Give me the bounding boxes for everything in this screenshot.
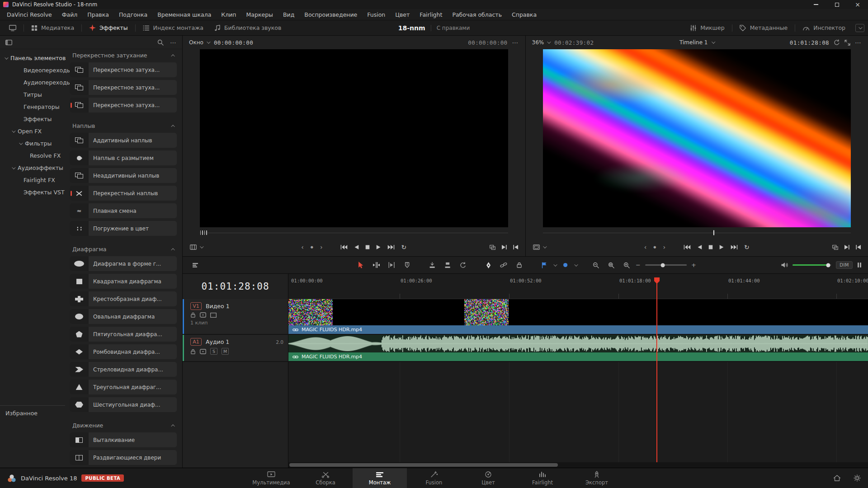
zoom-slider[interactable] <box>645 264 687 266</box>
video-track-lane[interactable]: MAGIC FLUIDS HDR.mp4 <box>288 299 868 334</box>
expand-viewer-icon[interactable] <box>844 40 850 46</box>
inspector-button[interactable]: Инспектор <box>797 20 851 36</box>
timeline-viewer-options-icon[interactable]: ⋯ <box>855 39 862 46</box>
previous-edit-icon[interactable]: ‹ <box>301 244 304 250</box>
menu-view[interactable]: Вид <box>278 9 299 20</box>
project-manager-icon[interactable] <box>833 474 841 482</box>
menu-markers[interactable]: Маркеры <box>241 9 278 20</box>
audio-track-lane[interactable]: MAGIC FLUIDS HDR.mp4 <box>288 335 868 361</box>
audio-clip-name-bar[interactable]: MAGIC FLUIDS HDR.mp4 <box>288 352 868 361</box>
video-clip[interactable]: MAGIC FLUIDS HDR.mp4 <box>288 299 868 334</box>
tree-item-openfx[interactable]: Open FX <box>0 125 68 137</box>
media-pool-button[interactable]: Медиатека <box>26 20 80 36</box>
marker-dropdown-icon[interactable] <box>574 263 578 266</box>
source-options-icon[interactable]: ⋯ <box>512 39 519 46</box>
page-media[interactable]: Мультимедиа <box>244 468 298 488</box>
collapse-icon[interactable] <box>171 424 175 428</box>
zoom-in-icon[interactable]: + <box>691 262 696 268</box>
previous-edit-icon[interactable]: ‹ <box>644 244 647 250</box>
fx-item-blur-dissolve[interactable]: Наплыв с размытием <box>70 150 177 165</box>
menu-davinci-resolve[interactable]: DaVinci Resolve <box>2 9 57 20</box>
play-icon[interactable] <box>719 245 724 249</box>
effects-options-icon[interactable]: ⋯ <box>170 39 177 46</box>
auto-select-icon[interactable] <box>200 349 206 354</box>
sound-library-button[interactable]: Библиотека звуков <box>209 20 287 36</box>
menu-timeline[interactable]: Временная шкала <box>152 9 216 20</box>
scrollbar-thumb[interactable] <box>289 463 558 467</box>
timeline-canvas[interactable] <box>288 362 868 468</box>
fx-item-cross-dissolve-1[interactable]: Перекрестное затуха... <box>70 62 177 77</box>
volume-knob[interactable] <box>826 263 830 267</box>
page-edit[interactable]: Монтаж <box>353 468 407 488</box>
settings-gear-icon[interactable] <box>854 474 861 482</box>
fx-section-motion[interactable]: Движение <box>72 422 175 429</box>
in-point-icon[interactable] <box>856 245 861 249</box>
fx-section-cross-dissolve[interactable]: Перекрестное затухание <box>72 52 175 59</box>
fx-item-iris-square[interactable]: Квадратная диафрагма <box>70 274 177 289</box>
insert-clip-icon[interactable] <box>426 259 439 271</box>
fx-item-iris-triangle[interactable]: Треугольная диафраг... <box>70 380 177 394</box>
tree-item-effects[interactable]: Эффекты <box>0 113 68 125</box>
stop-icon[interactable] <box>366 245 370 249</box>
zoom-dropdown[interactable]: 36% <box>532 39 550 46</box>
metadata-button[interactable]: Метаданные <box>734 20 793 36</box>
fx-item-smooth-cut[interactable]: ≈Плавная смена <box>70 203 177 218</box>
timeline-ruler[interactable]: 01:00:00:00 01:00:26:00 01:00:52:00 01:0… <box>288 274 868 299</box>
tree-item-video-transitions[interactable]: Видеопереходы <box>0 64 68 76</box>
page-fusion[interactable]: Fusion <box>407 468 461 488</box>
retime-curve-icon[interactable] <box>482 259 495 271</box>
fx-section-iris[interactable]: Диафрагма <box>72 246 175 253</box>
next-edit-icon[interactable]: › <box>663 244 665 250</box>
audio-clip[interactable]: MAGIC FLUIDS HDR.mp4 <box>288 335 868 361</box>
fx-item-iris-diamond[interactable]: Ромбовидная диафра... <box>70 344 177 359</box>
minimize-button[interactable] <box>806 0 826 9</box>
next-frame-icon[interactable] <box>844 245 849 249</box>
collapse-icon[interactable] <box>171 125 175 128</box>
menu-edit[interactable]: Правка <box>82 9 114 20</box>
tree-item-generators[interactable]: Генераторы <box>0 101 68 113</box>
page-deliver[interactable]: Экспорт <box>570 468 624 488</box>
favorites-section[interactable]: Избранное <box>0 405 65 421</box>
current-marker-icon[interactable]: ● <box>653 246 656 249</box>
link-clips-icon[interactable] <box>497 259 510 271</box>
menu-playback[interactable]: Воспроизведение <box>299 9 362 20</box>
last-frame-icon[interactable] <box>388 245 395 249</box>
tree-item-audio-fx[interactable]: Аудиоэффекты <box>0 162 68 174</box>
full-extent-zoom-icon[interactable] <box>605 259 618 271</box>
timeline-viewer-canvas[interactable] <box>543 49 851 227</box>
lock-icon[interactable] <box>190 312 196 318</box>
timeline-horizontal-scrollbar[interactable] <box>288 462 868 468</box>
fx-section-dissolve[interactable]: Наплыв <box>72 122 175 129</box>
empty-track-box-icon[interactable] <box>210 313 217 318</box>
edit-index-button[interactable]: Индекс монтажа <box>137 20 209 36</box>
collapse-icon[interactable] <box>171 54 175 58</box>
dim-button[interactable]: DIM <box>836 261 853 269</box>
tree-item-vst-fx[interactable]: Эффекты VST <box>0 186 68 198</box>
next-frame-icon[interactable] <box>502 245 507 249</box>
source-jog-bar[interactable] <box>200 227 508 238</box>
fx-item-iris-hexagon[interactable]: Шестиугольная диаф... <box>70 397 177 412</box>
loop-icon[interactable]: ↻ <box>401 244 407 250</box>
match-frame-icon[interactable] <box>490 245 495 250</box>
play-reverse-icon[interactable] <box>697 245 702 249</box>
fx-item-iris-shape[interactable]: Диафрагма в форме г... <box>70 256 177 271</box>
fx-item-iris-oval[interactable]: Овальная диафрагма <box>70 309 177 324</box>
source-display-mode-icon[interactable] <box>190 244 197 250</box>
detail-zoom-icon[interactable] <box>620 259 633 271</box>
tree-item-audio-transitions[interactable]: Аудиопереходы <box>0 76 68 89</box>
zoom-slider-knob[interactable] <box>660 263 665 267</box>
close-button[interactable]: × <box>847 0 868 9</box>
tree-item-resolve-fx[interactable]: Resolve FX <box>0 150 68 162</box>
play-reverse-icon[interactable] <box>354 245 359 249</box>
source-mode-dropdown[interactable]: Окно <box>189 39 209 46</box>
page-color[interactable]: Цвет <box>461 468 515 488</box>
flag-dropdown-icon[interactable] <box>553 263 557 266</box>
stop-icon[interactable] <box>708 245 712 249</box>
fx-item-iris-arrow[interactable]: Стреловидная диафра... <box>70 362 177 377</box>
loop-icon[interactable]: ↻ <box>744 244 750 250</box>
timeline-display-mode-icon[interactable] <box>533 244 540 250</box>
custom-zoom-icon[interactable] <box>590 259 602 271</box>
selection-tool[interactable] <box>354 259 367 271</box>
panel-toggle-icon[interactable] <box>5 40 12 45</box>
in-point-icon[interactable] <box>513 245 518 249</box>
